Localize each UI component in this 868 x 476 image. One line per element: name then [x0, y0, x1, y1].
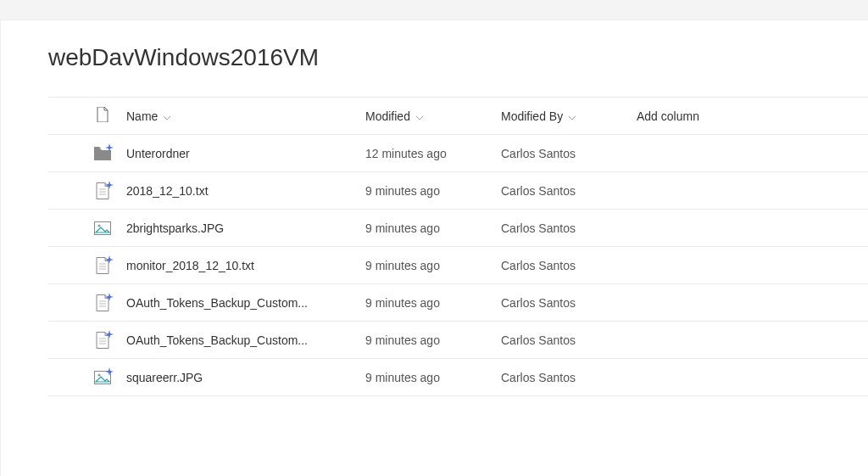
- col-type-header[interactable]: [86, 107, 120, 125]
- row-type: [86, 144, 120, 163]
- row-type: [86, 256, 120, 275]
- modifiedby-text: Carlos Santos: [501, 147, 576, 160]
- new-badge-icon: [105, 328, 114, 336]
- new-badge-icon: [105, 178, 114, 187]
- table-row[interactable]: OAuth_Tokens_Backup_Custom...9 minutes a…: [48, 322, 868, 359]
- row-name[interactable]: monitor_2018_12_10.txt: [120, 259, 365, 272]
- row-name[interactable]: squareerr.JPG: [120, 371, 365, 384]
- row-modifiedby: Carlos Santos: [501, 259, 637, 272]
- file-table: Name Modified Modified By Add column Unt…: [48, 97, 868, 396]
- file-name: monitor_2018_12_10.txt: [126, 259, 254, 272]
- row-modified: 9 minutes ago: [365, 221, 501, 235]
- file-name: OAuth_Tokens_Backup_Custom...: [126, 296, 308, 310]
- modifiedby-text: Carlos Santos: [501, 333, 576, 347]
- new-badge-icon: [105, 365, 114, 373]
- modifiedby-text: Carlos Santos: [501, 296, 576, 310]
- folder-icon: [93, 144, 112, 163]
- table-row[interactable]: 2018_12_10.txt9 minutes agoCarlos Santos: [48, 172, 868, 210]
- row-modified: 12 minutes ago: [365, 147, 501, 160]
- file-name: Unterordner: [126, 147, 190, 160]
- modified-text: 9 minutes ago: [365, 333, 440, 347]
- chevron-down-icon: [568, 109, 576, 123]
- text-icon: [93, 294, 112, 312]
- chevron-down-icon: [415, 109, 424, 123]
- new-badge-icon: [105, 290, 114, 299]
- row-modified: 9 minutes ago: [365, 184, 501, 198]
- modified-text: 9 minutes ago: [365, 259, 440, 272]
- file-name: OAuth_Tokens_Backup_Custom...: [126, 333, 308, 347]
- image-icon: [93, 368, 112, 387]
- text-icon: [93, 256, 112, 275]
- row-modified: 9 minutes ago: [365, 371, 501, 384]
- row-modifiedby: Carlos Santos: [501, 333, 637, 347]
- new-badge-icon: [105, 141, 114, 149]
- col-name-header[interactable]: Name: [120, 109, 365, 123]
- row-type: [86, 331, 120, 350]
- row-type: [86, 294, 120, 312]
- row-modifiedby: Carlos Santos: [501, 147, 637, 160]
- svg-point-15: [97, 373, 100, 376]
- row-name[interactable]: OAuth_Tokens_Backup_Custom...: [120, 333, 365, 347]
- row-type: [86, 368, 120, 387]
- modified-text: 9 minutes ago: [365, 296, 440, 310]
- row-name[interactable]: OAuth_Tokens_Backup_Custom...: [120, 296, 365, 310]
- modifiedby-text: Carlos Santos: [501, 221, 576, 235]
- modifiedby-text: Carlos Santos: [501, 371, 576, 384]
- col-modifiedby-label: Modified By: [501, 109, 563, 123]
- new-badge-icon: [105, 253, 114, 261]
- file-name: 2brightsparks.JPG: [126, 221, 224, 235]
- row-modifiedby: Carlos Santos: [501, 221, 637, 235]
- col-add-label: Add column: [637, 109, 699, 123]
- table-row[interactable]: Unterordner12 minutes agoCarlos Santos: [48, 135, 868, 172]
- col-modified-label: Modified: [365, 109, 410, 123]
- file-name: 2018_12_10.txt: [126, 184, 209, 198]
- row-modifiedby: Carlos Santos: [501, 296, 637, 310]
- row-modified: 9 minutes ago: [365, 333, 501, 347]
- col-modifiedby-header[interactable]: Modified By: [501, 109, 637, 123]
- modified-text: 9 minutes ago: [365, 184, 440, 198]
- table-row[interactable]: monitor_2018_12_10.txt9 minutes agoCarlo…: [48, 247, 868, 284]
- page-content: webDavWindows2016VM Name Modified Modifi…: [0, 20, 868, 476]
- text-icon: [93, 182, 112, 200]
- modified-text: 9 minutes ago: [365, 371, 440, 384]
- row-type: [86, 219, 120, 238]
- row-name[interactable]: 2brightsparks.JPG: [120, 221, 365, 235]
- top-bar: [0, 0, 868, 20]
- modified-text: 12 minutes ago: [365, 147, 447, 160]
- file-type-icon: [96, 107, 109, 125]
- row-name[interactable]: Unterordner: [120, 147, 365, 160]
- modifiedby-text: Carlos Santos: [501, 184, 576, 198]
- row-modifiedby: Carlos Santos: [501, 371, 637, 384]
- row-modified: 9 minutes ago: [365, 259, 501, 272]
- col-modified-header[interactable]: Modified: [365, 109, 501, 123]
- col-add-header[interactable]: Add column: [637, 109, 755, 123]
- table-row[interactable]: OAuth_Tokens_Backup_Custom...9 minutes a…: [48, 284, 868, 322]
- table-row[interactable]: 2brightsparks.JPG9 minutes agoCarlos San…: [48, 210, 868, 247]
- modifiedby-text: Carlos Santos: [501, 259, 576, 272]
- row-type: [86, 182, 120, 200]
- table-header-row: Name Modified Modified By Add column: [48, 98, 868, 135]
- chevron-down-icon: [163, 109, 171, 123]
- file-name: squareerr.JPG: [126, 371, 203, 384]
- row-modified: 9 minutes ago: [365, 296, 501, 310]
- row-modifiedby: Carlos Santos: [501, 184, 637, 198]
- row-name[interactable]: 2018_12_10.txt: [120, 184, 365, 198]
- col-name-label: Name: [126, 109, 158, 123]
- text-icon: [93, 331, 112, 350]
- svg-point-4: [97, 224, 100, 227]
- table-row[interactable]: squareerr.JPG9 minutes agoCarlos Santos: [48, 359, 868, 396]
- page-title[interactable]: webDavWindows2016VM: [48, 44, 868, 71]
- modified-text: 9 minutes ago: [365, 221, 440, 235]
- image-icon: [93, 219, 112, 238]
